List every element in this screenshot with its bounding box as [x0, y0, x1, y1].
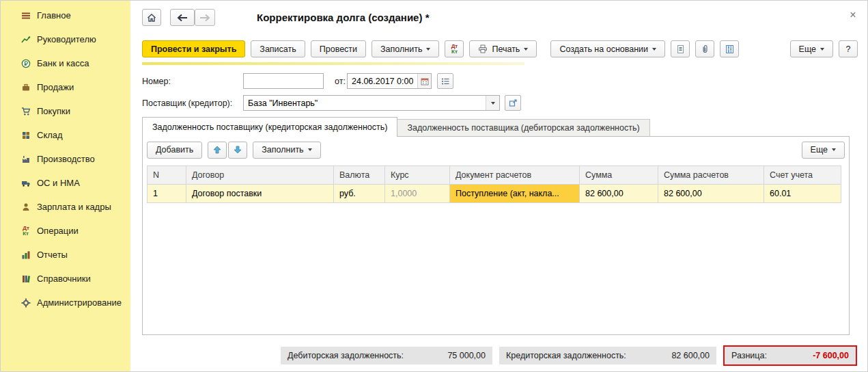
difference-label: Разница:	[731, 351, 767, 360]
debt-table: N Договор Валюта Курс Документ расчетов …	[147, 165, 841, 203]
sidebar-item-reports[interactable]: Отчеты	[1, 243, 130, 267]
sidebar-item-fixed-assets[interactable]: ОС и НМА	[1, 171, 130, 195]
sidebar-item-manager[interactable]: Руководителю	[1, 27, 130, 51]
sidebar-item-production[interactable]: Производство	[1, 147, 130, 171]
dt-kt-icon: ДтКт	[451, 44, 458, 55]
add-row-button[interactable]: Добавить	[147, 142, 202, 159]
list-icon	[441, 77, 450, 85]
arrow-up-icon	[213, 146, 221, 154]
home-button[interactable]	[142, 9, 161, 26]
paperclip-icon	[701, 44, 710, 54]
close-button[interactable]: ×	[845, 8, 860, 23]
fill-menu-button[interactable]: Заполнить	[372, 40, 439, 57]
post-and-close-button[interactable]: Провести и закрыть	[142, 40, 245, 57]
calendar-button[interactable]	[417, 74, 431, 88]
header-contract[interactable]: Договор	[186, 166, 334, 185]
arrow-down-icon	[234, 146, 242, 154]
chevron-down-icon	[426, 48, 430, 51]
chevron-down-icon	[308, 148, 312, 151]
cell-rate[interactable]: 1,0000	[385, 185, 450, 203]
briefcase-icon	[20, 82, 32, 92]
sidebar-item-label: Руководителю	[37, 34, 96, 44]
page-title: Корректировка долга (создание) *	[257, 12, 429, 23]
sidebar-item-directories[interactable]: Справочники	[1, 267, 130, 291]
help-button[interactable]: ?	[839, 40, 858, 57]
receivable-label: Дебиторская задолженность:	[288, 351, 404, 360]
post-button[interactable]: Провести	[311, 40, 366, 57]
tab-receivable-debt[interactable]: Задолженность поставщика (дебиторская за…	[397, 119, 649, 137]
cell-account[interactable]: 60.01	[764, 185, 841, 203]
open-link-icon	[509, 98, 518, 107]
supplier-input[interactable]	[244, 96, 486, 110]
register-records-button[interactable]	[720, 40, 739, 57]
receivable-value: 75 000,00	[447, 351, 486, 360]
cell-currency[interactable]: руб.	[334, 185, 385, 203]
supplier-open-button[interactable]	[505, 95, 521, 111]
sidebar-item-label: Администрирование	[37, 297, 122, 308]
more-menu-button[interactable]: Еще	[790, 40, 833, 57]
table-header-row: N Договор Валюта Курс Документ расчетов …	[148, 166, 841, 185]
sidebar-item-label: Главное	[37, 10, 71, 21]
sidebar-item-warehouse[interactable]: Склад	[1, 123, 130, 147]
move-down-button[interactable]	[228, 142, 247, 159]
sidebar-item-label: Банк и касса	[37, 58, 89, 68]
date-input[interactable]	[348, 74, 417, 88]
supplier-dropdown-button[interactable]	[486, 96, 499, 110]
sidebar-item-label: Операции	[37, 226, 79, 236]
header-n[interactable]: N	[148, 166, 186, 185]
number-date-row: Номер: от:	[142, 73, 858, 90]
sidebar-item-salary-hr[interactable]: Зарплата и кадры	[1, 195, 130, 219]
forward-button[interactable]	[195, 9, 215, 26]
number-input[interactable]	[243, 73, 324, 89]
cell-amount[interactable]: 82 600,00	[580, 185, 658, 203]
sidebar-item-purchases[interactable]: Покупки	[1, 99, 130, 123]
app-window: Главное Руководителю Банк и касса Продаж…	[0, 0, 868, 372]
cell-n[interactable]: 1	[148, 185, 186, 203]
sidebar-item-main[interactable]: Главное	[1, 3, 130, 27]
home-icon	[147, 13, 156, 22]
number-label: Номер:	[142, 73, 171, 90]
sidebar-item-label: Склад	[37, 130, 63, 140]
sidebar-item-bank-cash[interactable]: Банк и касса	[1, 51, 130, 75]
header-settlement-doc[interactable]: Документ расчетов	[450, 166, 580, 185]
sidebar-item-sales[interactable]: Продажи	[1, 75, 130, 99]
header-currency[interactable]: Валюта	[334, 166, 385, 185]
back-button[interactable]	[170, 9, 195, 26]
print-menu-button[interactable]: Печать	[469, 40, 537, 57]
cell-settlement-doc[interactable]: Поступление (акт, накла...	[450, 185, 580, 203]
cart-icon	[20, 106, 32, 116]
header-rate[interactable]: Курс	[385, 166, 450, 185]
sidebar-item-administration[interactable]: Администрирование	[1, 291, 130, 315]
books-icon	[20, 274, 32, 284]
header-account[interactable]: Счет учета	[764, 166, 841, 185]
payable-total: Кредиторская задолженность: 82 600,00	[499, 347, 716, 364]
sidebar-item-operations[interactable]: ДтКт Операции	[1, 219, 130, 243]
chevron-down-icon	[652, 48, 656, 51]
chevron-down-icon	[832, 148, 836, 151]
header-settlement-amount[interactable]: Сумма расчетов	[658, 166, 764, 185]
printer-icon	[478, 44, 488, 53]
supplier-field	[243, 95, 500, 111]
tab-payable-debt[interactable]: Задолженность поставщику (кредиторская з…	[142, 117, 397, 137]
create-based-on-button[interactable]: Создать на основании	[550, 40, 665, 57]
cell-settlement-amount[interactable]: 82 600,00	[658, 185, 764, 203]
header-amount[interactable]: Сумма	[580, 166, 658, 185]
receivable-total: Дебиторская задолженность: 75 000,00	[281, 347, 492, 364]
document-icon	[676, 44, 685, 54]
grid-fill-menu-button[interactable]: Заполнить	[253, 142, 320, 159]
attachments-button[interactable]	[695, 40, 714, 57]
sidebar: Главное Руководителю Банк и касса Продаж…	[1, 1, 130, 372]
chevron-down-icon	[524, 48, 528, 51]
table-row[interactable]: 1 Договор поставки руб. 1,0000 Поступлен…	[148, 185, 841, 203]
document-list-button[interactable]	[437, 73, 453, 89]
bar-chart-icon	[20, 250, 32, 260]
cell-contract[interactable]: Договор поставки	[186, 185, 334, 203]
related-documents-button[interactable]	[671, 40, 690, 57]
calendar-icon	[421, 77, 429, 85]
grid-more-menu-button[interactable]: Еще	[802, 142, 845, 159]
move-up-button[interactable]	[208, 142, 227, 159]
sidebar-item-label: Продажи	[37, 82, 74, 92]
ruble-coin-icon	[20, 58, 32, 68]
show-postings-button[interactable]: ДтКт	[445, 40, 464, 57]
save-button[interactable]: Записать	[251, 40, 305, 57]
